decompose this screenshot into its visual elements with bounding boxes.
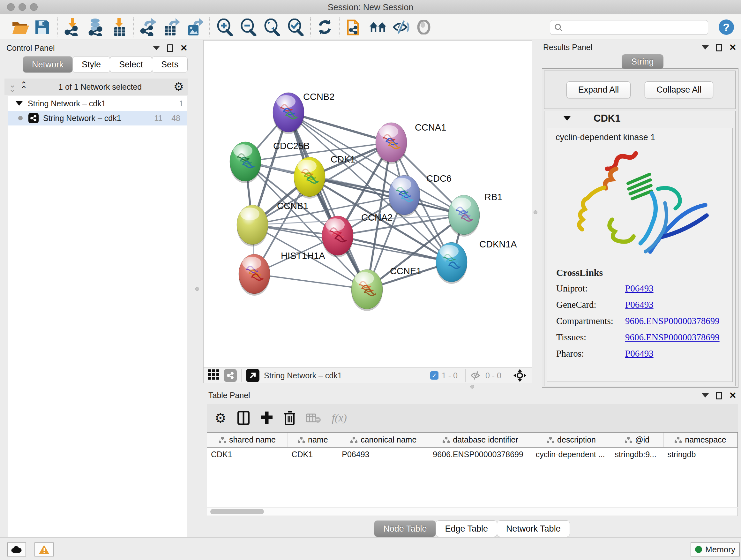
string-document-button[interactable] <box>345 18 363 36</box>
node-RB1[interactable] <box>448 195 480 237</box>
node-CCNB1[interactable] <box>237 205 268 246</box>
home-networks-button[interactable] <box>369 18 387 36</box>
import-network-file-button[interactable] <box>63 18 81 36</box>
export-network-button[interactable] <box>139 18 157 36</box>
fit-target-icon[interactable] <box>513 368 527 382</box>
column-header-canonical-name[interactable]: canonical name <box>338 433 429 447</box>
node-CCNA1[interactable] <box>376 123 407 164</box>
import-table-button[interactable] <box>111 18 128 36</box>
table-settings-gear-icon[interactable]: ⚙ <box>214 410 226 426</box>
delete-table-icon[interactable] <box>307 412 321 424</box>
zoom-in-button[interactable] <box>216 18 233 36</box>
search-input[interactable] <box>563 23 700 32</box>
search-box[interactable] <box>550 20 708 35</box>
warnings-button[interactable] <box>35 543 54 557</box>
birdseye-view-icon[interactable] <box>246 369 259 382</box>
panel-close-icon[interactable]: ✕ <box>729 43 737 52</box>
panel-collapse-icon[interactable] <box>153 46 160 50</box>
table-horizontal-scrollbar[interactable] <box>207 508 738 516</box>
network-collection-row[interactable]: String Network – cdk1 1 <box>8 96 187 111</box>
cloud-status-button[interactable] <box>7 543 26 557</box>
crosslink-link[interactable]: P06493 <box>625 348 654 359</box>
refresh-layout-button[interactable] <box>316 18 334 36</box>
show-columns-icon[interactable] <box>238 411 250 425</box>
crosslink-link[interactable]: P06493 <box>625 300 654 310</box>
selected-checkbox-icon[interactable]: ✓ <box>430 371 439 380</box>
node-CDC6[interactable] <box>389 175 420 217</box>
expand-all-icon[interactable]: ⌃⌃ <box>20 82 27 91</box>
collapse-all-button[interactable]: Collapse All <box>645 81 713 98</box>
vertical-splitter-handle-left[interactable] <box>195 287 199 291</box>
tab-style[interactable]: Style <box>72 56 110 73</box>
hidden-eye-icon[interactable] <box>470 371 482 380</box>
export-image-button[interactable] <box>186 18 204 36</box>
horizontal-splitter-handle[interactable] <box>470 385 474 388</box>
network-canvas[interactable]: CCNB2CCNA1CDC25BCDK1CDC6RB1CCNB1CCNA2CDK… <box>203 40 532 368</box>
panel-float-icon[interactable] <box>167 44 173 52</box>
function-builder-icon[interactable]: f(x) <box>332 412 347 424</box>
table-cell[interactable]: CDK1 <box>287 447 338 461</box>
node-CDK1[interactable] <box>294 157 325 199</box>
node-CCNB2[interactable] <box>273 92 304 134</box>
crosslink-link[interactable]: 9606.ENSP00000378699 <box>625 316 720 326</box>
table-cell[interactable]: stringdb:9... <box>611 447 664 461</box>
zoom-fit-button[interactable] <box>263 18 281 36</box>
expand-all-button[interactable]: Expand All <box>566 81 631 98</box>
tab-string[interactable]: String <box>622 54 664 69</box>
panel-float-icon[interactable] <box>716 44 722 51</box>
node-CDKN1A[interactable] <box>436 242 467 284</box>
grid-view-icon[interactable] <box>208 369 219 381</box>
crosslink-link[interactable]: 9606.ENSP00000378699 <box>625 332 720 343</box>
memory-button[interactable]: Memory <box>690 543 740 557</box>
panel-close-icon[interactable]: ✕ <box>180 44 188 53</box>
crosslink-link[interactable]: P06493 <box>625 283 654 294</box>
zoom-out-button[interactable] <box>239 18 257 36</box>
node-CCNA2[interactable] <box>322 216 353 257</box>
network-row[interactable]: String Network – cdk1 11 48 <box>8 111 187 125</box>
table-cell[interactable]: CDK1 <box>207 447 287 461</box>
save-session-button[interactable] <box>33 18 51 36</box>
tab-edge-table[interactable]: Edge Table <box>435 520 497 537</box>
table-cell[interactable]: cyclin-dependent ... <box>532 447 611 461</box>
scrollbar-thumb[interactable] <box>210 509 264 514</box>
table-cell[interactable]: P06493 <box>338 447 429 461</box>
column-header--id[interactable]: @id <box>611 433 664 447</box>
column-header-name[interactable]: name <box>287 433 338 447</box>
tab-sets[interactable]: Sets <box>152 56 188 73</box>
gray-eye-button[interactable] <box>415 18 433 36</box>
network-share-icon[interactable] <box>224 369 237 382</box>
tree-expander-icon[interactable] <box>16 101 23 106</box>
node-table[interactable]: shared namenamecanonical namedatabase id… <box>207 432 738 507</box>
table-row[interactable]: CDK1CDK1P064939606.ENSP00000378699cyclin… <box>207 447 738 461</box>
gear-icon[interactable]: ⚙ <box>174 80 184 94</box>
table-cell[interactable]: 9606.ENSP00000378699 <box>429 447 532 461</box>
node-CCNE1[interactable] <box>351 269 383 311</box>
collapse-all-icon[interactable]: ⌄⌄ <box>9 82 15 91</box>
export-table-button[interactable] <box>163 18 181 36</box>
section-expander-icon[interactable] <box>563 116 570 121</box>
column-header-shared-name[interactable]: shared name <box>207 433 287 447</box>
vertical-splitter-handle-right[interactable] <box>534 210 537 214</box>
import-network-database-button[interactable] <box>87 18 105 36</box>
delete-column-trash-icon[interactable] <box>284 411 295 425</box>
zoom-selected-button[interactable] <box>286 18 305 36</box>
panel-close-icon[interactable]: ✕ <box>729 391 737 400</box>
panel-float-icon[interactable] <box>716 392 722 399</box>
panel-collapse-icon[interactable] <box>702 45 709 50</box>
column-header-description[interactable]: description <box>532 433 611 447</box>
node-CDC25B[interactable] <box>230 142 261 183</box>
column-header-database-identifier[interactable]: database identifier <box>429 433 532 447</box>
tab-network-table[interactable]: Network Table <box>497 520 570 537</box>
string-network-graph[interactable]: CCNB2CCNA1CDC25BCDK1CDC6RB1CCNB1CCNA2CDK… <box>204 41 532 368</box>
table-cell[interactable]: stringdb <box>664 447 737 461</box>
tab-select[interactable]: Select <box>110 56 152 73</box>
edge-CCNA2-CDKN1A[interactable] <box>338 236 452 262</box>
node-HIST1H1A[interactable] <box>239 254 270 296</box>
tab-network[interactable]: Network <box>23 56 73 73</box>
help-button[interactable]: ? <box>719 19 734 35</box>
gene-section-header[interactable]: CDK1 <box>544 111 735 126</box>
hide-unhide-button[interactable] <box>393 18 410 36</box>
open-session-button[interactable] <box>11 18 29 36</box>
add-column-icon[interactable] <box>260 411 273 425</box>
column-header-namespace[interactable]: namespace <box>664 433 737 447</box>
